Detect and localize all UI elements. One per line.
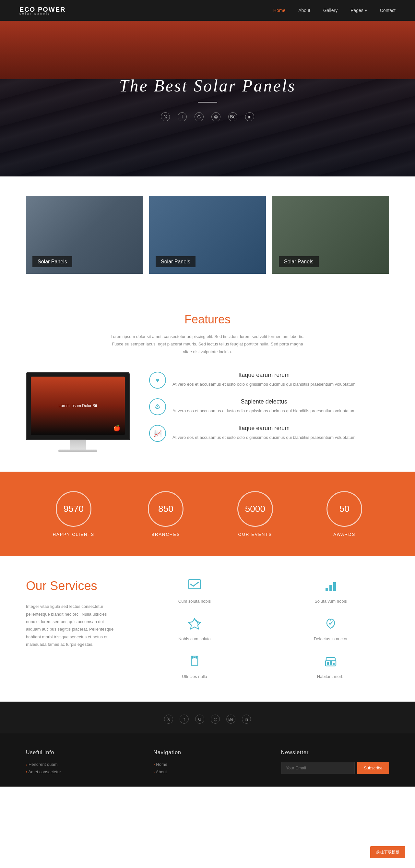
service-item-3: Nobis cum soluta [136,617,253,641]
service-label-6: Habitant morbi [317,674,345,679]
stat-branches: 850 Branches [148,491,184,537]
service-icon-3 [188,617,201,632]
panel-label-3: Solar Panels [279,256,319,267]
features-description: Lorem ipsum dolor sit amet, consectetur … [110,333,305,355]
stat-circle-4: 50 [326,491,362,527]
footer-social-googleplus[interactable]: G [195,715,204,724]
stats-section: 9570 Happy Clients 850 Branches 5000 Our… [0,472,415,556]
feature-item-2: ⚙ Sapiente delectus At vero eos et accus… [149,398,389,415]
features-list: ♥ Itaque earum rerum At vero eos et accu… [149,372,389,442]
svg-rect-6 [330,661,332,664]
services-description: Integer vitae ligula sed lectus consecte… [26,603,117,648]
hero-section: The Best Solar Panels 𝕏 f G ◎ Bē in [0,21,415,177]
svg-rect-3 [333,582,336,591]
panel-card-2[interactable]: Solar Panels [149,196,266,274]
service-icon-5 [188,654,201,670]
panel-label-2: Solar Panels [156,256,195,267]
svg-rect-5 [327,662,329,664]
services-left: Our Services Integer vitae ligula sed le… [26,579,117,679]
nav-home[interactable]: Home [273,8,285,13]
feature-text-1: Itaque earum rerum At vero eos et accusa… [172,372,355,388]
service-label-2: Soluta vum nobis [315,599,347,603]
service-item-1: Cum soluta nobis [136,579,253,603]
stat-label-4: Awards [326,532,362,537]
apple-icon: 🍎 [113,425,120,432]
footer-social-linkedin[interactable]: in [242,715,251,724]
footer-nav-item-2: About [153,769,261,774]
features-title: Features [26,313,389,326]
footer-nav-list: Home About [153,762,261,774]
features-content: Lorem ipsum Dolor Sit 🍎 ♥ Itaque earum r… [26,372,389,452]
nav-pages[interactable]: Pages ▾ [350,8,367,13]
footer-social-dribbble[interactable]: ◎ [211,715,220,724]
nav-gallery[interactable]: Gallery [323,8,338,13]
service-icon-4 [324,617,337,632]
social-twitter[interactable]: 𝕏 [161,112,170,121]
newsletter-subscribe-button[interactable]: Subscribe [357,762,389,774]
feature-title-2: Sapiente delectus [172,398,355,405]
footer-nav-item-1: Home [153,762,261,767]
panel-card-1[interactable]: Solar Panels [26,196,143,274]
footer-col-navigation: Navigation Home About [153,750,261,777]
service-item-2: Soluta vum nobis [272,579,389,603]
footer-useful-info-list: Hendrerit quam Amet consectetur [26,762,134,774]
newsletter-form: Subscribe [281,762,389,774]
stat-awards: 50 Awards [326,491,362,537]
stat-circle-1: 9570 [56,491,91,527]
footer-newsletter-title: Newsletter [281,750,389,755]
footer-social-facebook[interactable]: f [180,715,189,724]
feature-title-3: Itaque earum rerum [172,425,355,432]
stat-label-3: Our Events [237,532,273,537]
service-item-5: Ultricies nulla [136,654,253,679]
footer-main: Useful Info Hendrerit quam Amet consecte… [0,734,415,786]
footer-nav-title: Navigation [153,750,261,755]
footer-social-twitter[interactable]: 𝕏 [164,715,173,724]
stat-happy-clients: 9570 Happy Clients [53,491,94,537]
feature-icon-3: 📈 [149,425,166,442]
nav-links: Home About Gallery Pages ▾ Contact [273,7,395,13]
footer-social-bar: 𝕏 f G ◎ Bē in [0,702,415,734]
stat-circle-2: 850 [148,491,184,527]
service-label-3: Nobis cum soluta [178,637,211,641]
stat-number-2: 850 [158,504,173,514]
hero-content: The Best Solar Panels 𝕏 f G ◎ Bē in [119,76,296,121]
hero-social: 𝕏 f G ◎ Bē in [119,112,296,121]
monitor-text: Lorem ipsum Dolor Sit [59,404,97,408]
services-section: Our Services Integer vitae ligula sed le… [0,556,415,702]
feature-desc-3: At vero eos et accusamus et iusto odio d… [172,434,355,441]
social-facebook[interactable]: f [178,112,187,121]
social-dribbble[interactable]: ◎ [212,112,220,121]
stat-number-4: 50 [340,504,350,514]
feature-item-1: ♥ Itaque earum rerum At vero eos et accu… [149,372,389,389]
panels-section: Solar Panels Solar Panels Solar Panels [0,177,415,293]
svg-rect-2 [329,585,332,591]
service-item-4: Delectus in auctor [272,617,389,641]
stat-label-1: Happy Clients [53,532,94,537]
service-icon-2 [324,579,337,595]
panel-label-1: Solar Panels [32,256,72,267]
nav-about[interactable]: About [298,8,310,13]
social-behance[interactable]: Bē [228,112,237,121]
newsletter-email-input[interactable] [281,762,355,774]
panel-card-3[interactable]: Solar Panels [272,196,389,274]
feature-icon-2: ⚙ [149,398,166,415]
footer-social-links: 𝕏 f G ◎ Bē in [26,715,389,724]
features-section: Features Lorem ipsum dolor sit amet, con… [0,293,415,472]
hero-title: The Best Solar Panels [119,76,296,95]
social-googleplus[interactable]: G [195,112,203,121]
stat-number-3: 5000 [245,504,265,514]
social-linkedin[interactable]: in [245,112,254,121]
footer-info-item-2: Amet consectetur [26,769,134,774]
service-item-6: Habitant morbi [272,654,389,679]
service-label-1: Cum soluta nobis [178,599,211,603]
stat-our-events: 5000 Our Events [237,491,273,537]
stat-circle-3: 5000 [237,491,273,527]
footer-useful-info-title: Useful Info [26,750,134,755]
feature-title-1: Itaque earum rerum [172,372,355,378]
nav-contact[interactable]: Contact [380,8,395,13]
feature-desc-2: At vero eos et accusamus et iusto odio d… [172,408,355,414]
footer-social-behance[interactable]: Bē [226,715,235,724]
hero-divider [198,102,217,102]
stat-number-1: 9570 [64,504,84,514]
footer-col-useful-info: Useful Info Hendrerit quam Amet consecte… [26,750,134,777]
